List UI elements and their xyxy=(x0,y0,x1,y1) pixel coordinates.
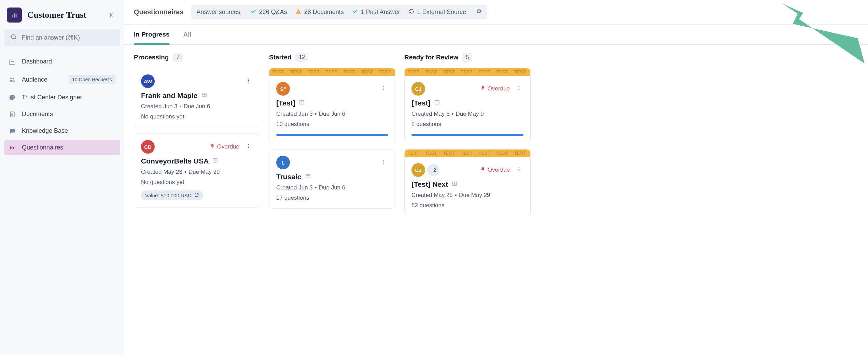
collapse-sidebar-button[interactable] xyxy=(108,10,117,20)
card-meta: Created Jun 3•Due Jun 6 xyxy=(276,184,388,191)
card-actions: Overdue xyxy=(210,142,253,152)
svg-rect-1 xyxy=(14,13,15,18)
svg-point-7 xyxy=(12,96,12,96)
check-icon xyxy=(352,8,358,16)
tab-all[interactable]: All xyxy=(183,31,192,44)
warn-icon xyxy=(295,8,302,16)
sidebar-item-questionnaires[interactable]: Questionnaires xyxy=(4,140,120,155)
questionnaire-card[interactable]: TEST TEST TEST TEST TEST TEST TEST TESTC… xyxy=(404,68,531,143)
card-title: [Test] xyxy=(276,99,295,107)
card-title: Frank and Maple xyxy=(141,91,198,100)
column-count: 7 xyxy=(173,53,183,62)
questionnaire-card[interactable]: TEST TEST TEST TEST TEST TEST TEST TESTC… xyxy=(404,149,531,216)
svg-point-3 xyxy=(11,34,15,39)
brand-row: Customer Trust xyxy=(4,6,120,24)
test-banner: TEST TEST TEST TEST TEST TEST TEST TEST xyxy=(405,150,530,157)
svg-rect-10 xyxy=(298,11,299,12)
bell-icon xyxy=(480,167,486,174)
questionnaire-card[interactable]: TEST TEST TEST TEST TEST TEST TEST TESTS… xyxy=(269,68,395,143)
sidebar-item-audience[interactable]: Audience 10 Open Requests xyxy=(4,71,120,88)
card-meta: Created May 25•Due May 29 xyxy=(411,192,523,199)
table-icon xyxy=(451,181,458,188)
svg-point-21 xyxy=(383,88,384,89)
column-title: Ready for Review xyxy=(404,54,458,61)
questionnaire-card[interactable]: AWFrank and MapleCreated Jun 3•Due Jun 6… xyxy=(134,68,260,127)
card-title-row: [Test] xyxy=(411,99,523,107)
nav-label: Questionnaires xyxy=(22,144,115,151)
card-avatars: CD xyxy=(141,140,155,154)
source-documents[interactable]: 28 Documents xyxy=(295,8,344,16)
source-past-answer[interactable]: 1 Past Answer xyxy=(352,8,400,16)
card-avatars: L xyxy=(276,156,290,169)
column-header: Processing7 xyxy=(134,53,260,62)
column-header: Started12 xyxy=(269,53,395,62)
sync-icon xyxy=(408,8,415,16)
svg-rect-2 xyxy=(16,14,17,17)
source-external[interactable]: 1 External Source xyxy=(408,8,466,16)
tab-in-progress[interactable]: In Progress xyxy=(134,31,170,44)
sidebar-item-trust-center-designer[interactable]: Trust Center Designer xyxy=(4,90,120,105)
card-title: Trusaic xyxy=(276,173,302,181)
questionnaire-card[interactable]: CDOverdueConveyorBelts USACreated May 23… xyxy=(134,133,260,208)
column-count: 12 xyxy=(295,53,308,62)
card-avatars: AW xyxy=(141,74,155,88)
card-title: [Test] xyxy=(411,99,431,107)
page-title: Questionnaires xyxy=(134,8,184,16)
avatar: L xyxy=(276,156,290,169)
value-chip[interactable]: Value: $10,000 USD xyxy=(141,190,203,200)
column-count: 5 xyxy=(462,53,472,62)
source-text: 1 Past Answer xyxy=(361,9,400,16)
search-input[interactable] xyxy=(4,29,120,46)
card-sub: 17 questions xyxy=(276,195,388,201)
card-meta: Created Jun 3•Due Jun 6 xyxy=(141,103,253,110)
forward-icon xyxy=(9,144,16,151)
card-menu-button[interactable] xyxy=(515,165,523,175)
avatar: AW xyxy=(141,74,155,88)
card-avatars: CJ+2 xyxy=(411,163,439,177)
svg-point-33 xyxy=(519,169,520,170)
avatar-overflow[interactable]: +2 xyxy=(427,164,439,176)
svg-point-34 xyxy=(519,170,520,171)
card-sub: 2 questions xyxy=(411,121,523,128)
card-title-row: Trusaic xyxy=(276,173,388,181)
svg-point-32 xyxy=(519,167,520,168)
test-banner: TEST TEST TEST TEST TEST TEST TEST TEST xyxy=(269,68,395,76)
settings-button[interactable] xyxy=(476,8,482,16)
card-avatars: CJ xyxy=(411,82,425,96)
sidebar-item-dashboard[interactable]: Dashboard xyxy=(4,54,120,69)
avatar: CJ xyxy=(411,82,425,96)
avatar: CD xyxy=(141,140,155,154)
table-icon xyxy=(201,92,207,99)
questionnaire-card[interactable]: LTrusaicCreated Jun 3•Due Jun 617 questi… xyxy=(269,149,395,209)
avatar: S" xyxy=(276,82,290,96)
sidebar-item-documents[interactable]: Documents xyxy=(4,106,120,122)
card-actions xyxy=(379,84,388,94)
table-icon xyxy=(305,173,311,181)
card-title-row: Frank and Maple xyxy=(141,91,253,100)
sources-label: Answer sources: xyxy=(197,9,242,16)
nav-label: Knowledge Base xyxy=(22,127,115,134)
chat-icon xyxy=(9,128,16,134)
nav-label: Dashboard xyxy=(22,58,115,65)
progress-bar xyxy=(276,134,388,136)
card-menu-button[interactable] xyxy=(515,84,523,94)
svg-point-20 xyxy=(383,86,384,87)
nav-label: Documents xyxy=(22,111,115,118)
card-actions: Overdue xyxy=(480,165,523,175)
card-menu-button[interactable] xyxy=(244,142,253,152)
search-field[interactable] xyxy=(22,34,114,41)
kanban-board: Processing7AWFrank and MapleCreated Jun … xyxy=(124,45,868,355)
card-top: CJOverdue xyxy=(411,82,523,96)
svg-point-6 xyxy=(11,97,11,97)
card-menu-button[interactable] xyxy=(244,76,253,86)
topbar: Questionnaires Answer sources: 226 Q&As … xyxy=(124,0,868,25)
svg-point-18 xyxy=(248,147,249,148)
source-text: 226 Q&As xyxy=(259,9,287,16)
card-menu-button[interactable] xyxy=(379,157,388,168)
sidebar-item-knowledge-base[interactable]: Knowledge Base xyxy=(4,123,120,139)
svg-point-13 xyxy=(248,80,249,81)
source-qas[interactable]: 226 Q&As xyxy=(250,8,287,16)
card-menu-button[interactable] xyxy=(379,84,388,94)
bell-icon xyxy=(480,85,486,93)
nav-label: Audience xyxy=(22,76,62,83)
